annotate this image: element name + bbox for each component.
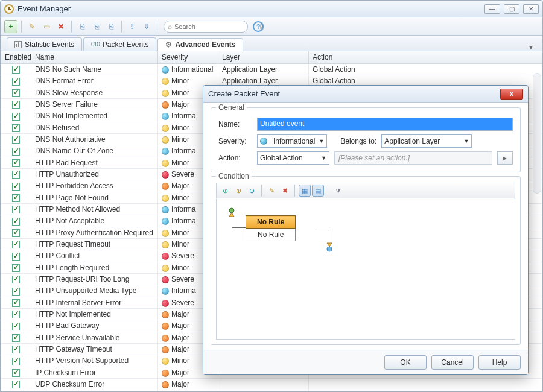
- help-button[interactable]: ?: [253, 21, 264, 32]
- severity-select[interactable]: Informational ▼: [257, 134, 327, 148]
- cell-action: [309, 390, 542, 391]
- copy1-button[interactable]: ⎘: [75, 20, 89, 33]
- col-action[interactable]: Action: [309, 51, 542, 64]
- ok-button[interactable]: OK: [384, 355, 427, 370]
- enabled-checkbox[interactable]: [12, 218, 20, 226]
- cell-name: HTTP Internal Server Error: [31, 297, 158, 308]
- enabled-checkbox[interactable]: [12, 113, 20, 121]
- enabled-checkbox[interactable]: [12, 288, 20, 296]
- tab-advanced-events[interactable]: ⚙ Advanced Events: [157, 38, 243, 51]
- edit-button[interactable]: ✎: [25, 20, 39, 33]
- connector-line: [329, 230, 329, 242]
- cell-name: DNS Slow Response: [31, 87, 158, 98]
- enabled-checkbox[interactable]: [12, 311, 20, 318]
- col-name[interactable]: Name: [31, 51, 158, 64]
- cond-add-or-button[interactable]: ⊕: [232, 185, 244, 197]
- enabled-checkbox[interactable]: [12, 323, 20, 330]
- group-general-title: General: [216, 103, 247, 112]
- enabled-checkbox[interactable]: [12, 369, 20, 377]
- add-button[interactable]: +: [4, 20, 17, 33]
- enabled-checkbox[interactable]: [12, 206, 20, 213]
- enabled-checkbox[interactable]: [12, 229, 20, 237]
- table-row[interactable]: DNS No Such NameInformationalApplication…: [1, 64, 542, 75]
- separator-icon: [294, 185, 295, 197]
- enabled-checkbox[interactable]: [12, 136, 20, 144]
- enabled-checkbox[interactable]: [12, 159, 20, 167]
- scrollbar[interactable]: [533, 73, 541, 194]
- enabled-checkbox[interactable]: [12, 358, 20, 365]
- rule-node[interactable]: No Rule No Rule: [246, 215, 296, 241]
- enabled-checkbox[interactable]: [12, 101, 20, 109]
- severity-dot-icon: [162, 241, 169, 248]
- tab-statistic-events[interactable]: Statistic Events: [7, 37, 82, 51]
- cell-name: IP Checksum Error: [31, 367, 158, 378]
- copy3-button[interactable]: ⎘: [104, 20, 118, 33]
- cell-name: DNS Name Out Of Zone: [31, 145, 158, 157]
- col-enabled[interactable]: Enabled: [1, 51, 31, 64]
- import-button[interactable]: ⇩: [140, 20, 153, 33]
- cell-layer: [218, 390, 309, 391]
- run-action-button[interactable]: ▸: [497, 151, 513, 165]
- severity-dot-icon: [162, 113, 169, 120]
- cond-add-not-button[interactable]: ⊕: [246, 185, 258, 197]
- enabled-checkbox[interactable]: [12, 334, 20, 342]
- severity-dot-icon: [162, 311, 169, 318]
- help-button[interactable]: Help: [478, 355, 521, 370]
- enabled-checkbox[interactable]: [12, 148, 20, 156]
- separator-icon: [328, 185, 328, 197]
- tab-packet-events[interactable]: 010 Packet Events: [83, 37, 156, 51]
- maximize-button[interactable]: ▢: [504, 4, 519, 14]
- search-input[interactable]: [174, 23, 258, 30]
- minimize-button[interactable]: —: [484, 4, 500, 14]
- cell-name: DNS No Such Name: [31, 64, 158, 75]
- svg-point-0: [229, 208, 234, 213]
- cancel-button[interactable]: Cancel: [431, 355, 474, 370]
- table-row[interactable]: UDP Checksum ErrorMajor: [1, 378, 542, 390]
- tabbar: Statistic Events 010 Packet Events ⚙ Adv…: [1, 36, 542, 51]
- severity-dot-icon: [162, 230, 169, 237]
- enabled-checkbox[interactable]: [12, 78, 20, 86]
- enabled-checkbox[interactable]: [12, 66, 20, 74]
- severity-dot-icon: [162, 288, 169, 295]
- severity-dot-icon: [162, 300, 169, 307]
- enabled-checkbox[interactable]: [12, 89, 20, 97]
- enabled-checkbox[interactable]: [12, 299, 20, 307]
- enabled-checkbox[interactable]: [12, 276, 20, 283]
- col-severity[interactable]: Severity: [158, 51, 218, 64]
- cell-name: HTTP Not Implemented: [31, 308, 158, 320]
- enabled-checkbox[interactable]: [12, 194, 20, 202]
- end-node-icon: [324, 242, 335, 253]
- enabled-checkbox[interactable]: [12, 346, 20, 353]
- belongs-select[interactable]: Application Layer ▼: [381, 134, 472, 148]
- enabled-checkbox[interactable]: [12, 183, 20, 191]
- export-button[interactable]: ⇪: [125, 20, 139, 33]
- cond-view1-button[interactable]: ▦: [299, 185, 311, 197]
- cell-severity: Informational: [158, 64, 218, 75]
- enabled-checkbox[interactable]: [12, 253, 20, 261]
- action-select[interactable]: Global Action ▼: [257, 151, 329, 165]
- enabled-checkbox[interactable]: [12, 171, 20, 179]
- cond-filter-button[interactable]: ⧩: [332, 185, 344, 197]
- enabled-checkbox[interactable]: [12, 241, 20, 248]
- delete-button[interactable]: ✖: [54, 20, 68, 33]
- cond-add-and-button[interactable]: ⊕: [219, 185, 231, 197]
- close-button[interactable]: ✕: [523, 4, 539, 14]
- tabs-dropdown[interactable]: ▼: [528, 44, 536, 51]
- dialog-close-button[interactable]: X: [500, 89, 523, 100]
- name-input[interactable]: Untitled event: [257, 118, 513, 131]
- enabled-checkbox[interactable]: [12, 381, 20, 388]
- cond-view2-button[interactable]: ▤: [312, 185, 324, 197]
- cond-delete-button[interactable]: ✖: [279, 185, 291, 197]
- separator-icon: [121, 21, 122, 33]
- col-layer[interactable]: Layer: [218, 51, 309, 64]
- table-row[interactable]: TCP Checksum ErrorMajor: [1, 390, 542, 391]
- cell-name: DNS Format Error: [31, 75, 158, 87]
- copy2-button[interactable]: ⎘: [90, 20, 103, 33]
- open-button[interactable]: ▭: [40, 20, 53, 33]
- enabled-checkbox[interactable]: [12, 264, 20, 272]
- enabled-checkbox[interactable]: [12, 124, 20, 132]
- condition-canvas[interactable]: No Rule No Rule: [216, 198, 515, 340]
- cell-name: HTTP Proxy Authentication Required: [31, 227, 158, 238]
- search-box[interactable]: ⌕ ×: [164, 21, 248, 33]
- cond-edit-button[interactable]: ✎: [265, 185, 278, 197]
